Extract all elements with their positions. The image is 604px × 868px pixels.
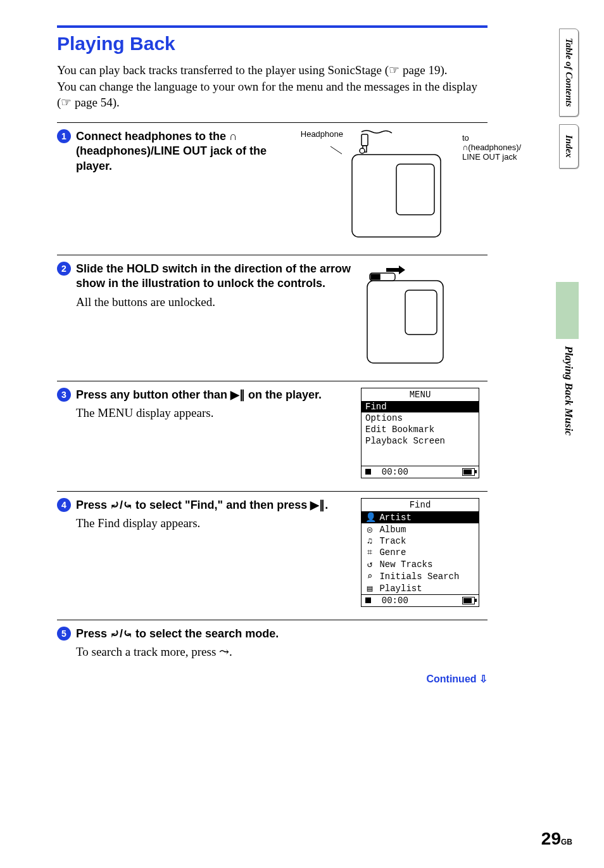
step-heading: Press any button other than ▶∥ on the pl… xyxy=(76,388,353,402)
category-icon: ⌕ xyxy=(365,571,374,582)
category-icon: ▤ xyxy=(365,583,374,594)
lcd-item: Find xyxy=(362,401,479,412)
lcd-item: Playback Screen xyxy=(362,435,479,447)
lcd-status-bar: 00:00 xyxy=(362,594,479,606)
battery-icon xyxy=(462,468,475,476)
step-2: 2 Slide the HOLD switch in the direction… xyxy=(57,262,488,368)
step5-heading-a: Press xyxy=(76,627,110,640)
fig-to-b: (headphones)/ xyxy=(468,143,521,152)
lcd-menu-screen: MENU Find Options Edit Bookmark Playback… xyxy=(361,388,479,478)
stop-icon xyxy=(365,469,371,475)
divider xyxy=(57,491,488,492)
category-icon: ◎ xyxy=(365,524,374,535)
lcd-title: Find xyxy=(362,499,479,511)
svg-point-5 xyxy=(360,148,365,153)
lcd-item: ⌕ Initials Search xyxy=(362,570,479,582)
continued-text: Continued xyxy=(426,673,476,684)
step-heading: Press ⤾/⤿ to select "Find," and then pre… xyxy=(76,498,353,513)
intro-line2-ref: page 54). xyxy=(75,96,120,109)
step-number: 1 xyxy=(57,129,71,143)
lcd-time: 00:00 xyxy=(382,467,408,477)
category-icon: ↺ xyxy=(365,559,374,570)
lcd-item: ♫ Track xyxy=(362,535,479,547)
arrow-line-icon xyxy=(293,139,343,158)
divider xyxy=(57,122,488,123)
pointer-icon: ☞ xyxy=(61,96,72,109)
step1-heading-b: (headphones)/LINE OUT jack of the player… xyxy=(76,144,267,172)
step-1: 1 Connect headphones to the ∩ (headphone… xyxy=(57,129,488,242)
intro-text: You can play back tracks transferred to … xyxy=(57,62,488,111)
step-desc: The MENU display appears. xyxy=(76,405,353,421)
lcd-item: ▤ Playlist xyxy=(362,582,479,594)
continued-label: Continued ⇩ xyxy=(57,673,488,685)
page-number-value: 29 xyxy=(541,829,561,848)
header-rule xyxy=(57,25,488,28)
step-3: 3 Press any button other than ▶∥ on the … xyxy=(57,388,488,478)
lcd-item-label: Playlist xyxy=(374,584,422,594)
lcd-title: MENU xyxy=(362,388,479,401)
fig-to-c: LINE OUT jack xyxy=(462,152,517,162)
divider xyxy=(57,381,488,381)
lcd-status-bar: 00:00 xyxy=(362,466,479,478)
divider xyxy=(57,255,488,255)
svg-line-0 xyxy=(330,146,342,154)
step-heading: Slide the HOLD switch in the direction o… xyxy=(76,262,353,291)
step-heading: Press ⤾/⤿ to select the search mode. xyxy=(76,627,480,641)
step4-heading-b: to select "Find," and then press xyxy=(132,499,310,511)
lcd-item: ↺ New Tracks xyxy=(362,558,479,570)
lcd-time: 00:00 xyxy=(382,596,408,606)
step-number: 4 xyxy=(57,498,71,512)
device-illustration xyxy=(361,262,456,366)
step4-heading-c: . xyxy=(325,499,328,511)
intro-line1a: You can play back tracks transferred to … xyxy=(57,63,389,77)
lcd-item-label: Track xyxy=(374,536,406,546)
svg-rect-9 xyxy=(371,274,380,279)
right-icon: ⤳ xyxy=(219,645,229,658)
lcd-item-label: Artist xyxy=(374,513,412,523)
category-icon: 👤 xyxy=(365,512,374,523)
down-arrow-icon: ⇩ xyxy=(479,673,488,684)
step3-heading-a: Press any button other than xyxy=(76,388,230,401)
step3-heading-b: on the player. xyxy=(245,388,322,401)
svg-rect-1 xyxy=(362,134,368,146)
section-side-label: Playing Back Music xyxy=(558,342,579,440)
fig-to-a: to xyxy=(462,133,469,143)
play-pause-icon: ▶∥ xyxy=(230,388,245,401)
category-icon: ♫ xyxy=(365,536,374,546)
step-desc: The Find display appears. xyxy=(76,515,353,532)
svg-rect-4 xyxy=(396,164,434,215)
play-pause-icon: ▶∥ xyxy=(310,499,325,511)
lcd-item-label: Initials Search xyxy=(374,571,459,582)
lcd-item-label: Album xyxy=(374,525,406,535)
lcd-find-screen: Find 👤 Artist◎ Album♫ Track⌗ Genre↺ New … xyxy=(361,498,479,607)
step-number: 2 xyxy=(57,262,71,276)
intro-line1-ref: page 19). xyxy=(403,63,448,77)
battery-icon xyxy=(462,597,475,604)
step-number: 5 xyxy=(57,627,71,641)
page-number-suffix: GB xyxy=(561,838,572,846)
lcd-item-label: New Tracks xyxy=(374,559,432,570)
step-desc: All the buttons are unlocked. xyxy=(76,294,353,310)
step5-heading-b: to select the search mode. xyxy=(132,627,279,640)
lcd-item: ⌗ Genre xyxy=(362,547,479,558)
intro-line2a: You can change the language to your own … xyxy=(57,80,477,110)
step-heading: Connect headphones to the ∩ (headphones)… xyxy=(76,129,285,174)
tab-table-of-contents[interactable]: Table of Contents xyxy=(559,29,579,117)
lcd-item: Options xyxy=(362,412,479,424)
lcd-item: ◎ Album xyxy=(362,523,479,535)
step-4: 4 Press ⤾/⤿ to select "Find," and then p… xyxy=(57,498,488,607)
page-number: 29GB xyxy=(541,829,572,849)
headphones-icon: ∩ xyxy=(229,130,237,143)
device-illustration xyxy=(346,129,460,240)
step5-desc-b: . xyxy=(229,645,232,658)
lcd-item: Edit Bookmark xyxy=(362,424,479,435)
jog-icon: ⤾/⤿ xyxy=(110,499,132,511)
lcd-item: 👤 Artist xyxy=(362,511,479,523)
page-title: Playing Back xyxy=(57,33,572,54)
svg-rect-7 xyxy=(405,290,437,335)
pointer-icon: ☞ xyxy=(389,63,400,77)
step4-heading-a: Press xyxy=(76,499,110,511)
tab-index[interactable]: Index xyxy=(559,124,579,169)
divider xyxy=(57,620,488,620)
step-number: 3 xyxy=(57,388,71,402)
